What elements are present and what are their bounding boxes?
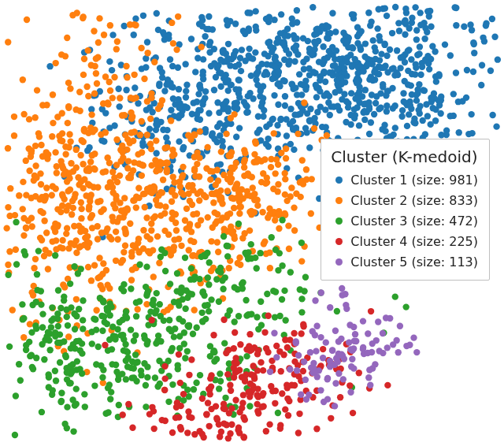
- legend-item-cluster-4: Cluster 4 (size: 225): [331, 231, 478, 251]
- dot-icon: [335, 258, 343, 266]
- legend-label: Cluster 4 (size: 225): [350, 234, 478, 249]
- legend-item-cluster-3: Cluster 3 (size: 472): [331, 210, 478, 231]
- dot-icon: [335, 217, 343, 225]
- dot-icon: [335, 197, 343, 204]
- legend-label: Cluster 1 (size: 981): [350, 173, 478, 188]
- legend-item-cluster-5: Cluster 5 (size: 113): [331, 251, 478, 272]
- legend-label: Cluster 3 (size: 472): [350, 214, 478, 229]
- dot-icon: [335, 177, 343, 184]
- legend-label: Cluster 5 (size: 113): [350, 255, 478, 269]
- legend-title: Cluster (K-medoid): [331, 147, 478, 166]
- legend-item-cluster-2: Cluster 2 (size: 833): [331, 190, 478, 210]
- legend-box: Cluster (K-medoid) Cluster 1 (size: 981)…: [321, 139, 490, 281]
- dot-icon: [335, 238, 343, 245]
- legend-label: Cluster 2 (size: 833): [350, 193, 478, 208]
- legend-item-cluster-1: Cluster 1 (size: 981): [331, 169, 478, 190]
